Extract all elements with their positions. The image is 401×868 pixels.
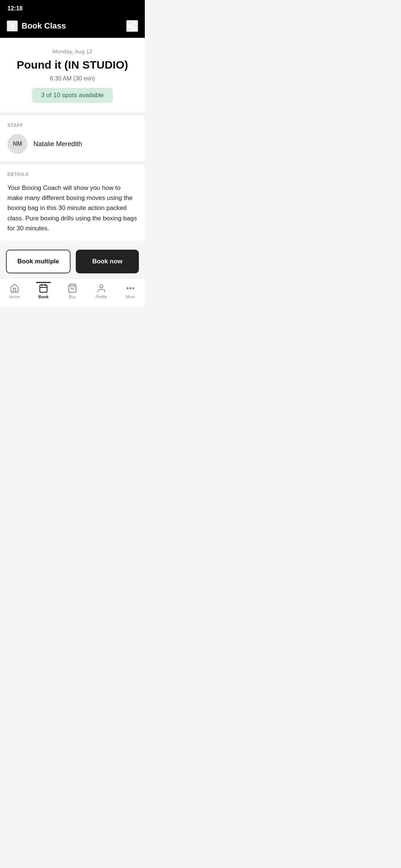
details-text: Your Boxing Coach will show you how to m…: [7, 183, 137, 233]
svg-point-13: [133, 287, 134, 289]
svg-line-3: [131, 27, 133, 28]
buy-icon: [68, 283, 77, 293]
more-icon: [125, 283, 135, 293]
details-section: DETAILS Your Boxing Coach will show you …: [0, 164, 145, 241]
status-bar: 12:18: [0, 0, 145, 16]
svg-point-11: [127, 287, 128, 289]
bottom-nav: Home Book Buy: [0, 278, 145, 306]
status-time: 12:18: [7, 5, 23, 12]
profile-icon: [97, 283, 106, 293]
nav-buy-label: Buy: [69, 295, 76, 299]
staff-row: NM Natalie Meredith: [7, 134, 137, 154]
book-icon: [39, 283, 48, 293]
nav-home-label: Home: [9, 295, 20, 299]
nav-item-more[interactable]: More: [116, 282, 145, 300]
nav-item-buy[interactable]: Buy: [58, 282, 87, 300]
svg-point-10: [100, 285, 103, 288]
svg-rect-5: [40, 285, 47, 292]
divider-2: [0, 161, 145, 164]
staff-section: STAFF NM Natalie Meredith: [0, 115, 145, 161]
book-now-button[interactable]: Book now: [76, 250, 139, 273]
svg-point-12: [130, 287, 131, 289]
nav-item-book[interactable]: Book: [29, 282, 58, 300]
book-multiple-button[interactable]: Book multiple: [6, 250, 71, 273]
nav-item-home[interactable]: Home: [0, 282, 29, 300]
divider-1: [0, 112, 145, 115]
nav-book-label: Book: [38, 295, 49, 299]
header: Book Class: [0, 16, 145, 38]
staff-section-label: STAFF: [7, 123, 137, 128]
share-button[interactable]: [126, 20, 138, 32]
class-name: Pound it (IN STUDIO): [7, 58, 137, 72]
nav-item-profile[interactable]: Profile: [87, 282, 116, 300]
svg-line-4: [131, 24, 133, 25]
class-info: Monday, Aug 12 Pound it (IN STUDIO) 6:30…: [0, 38, 145, 112]
details-section-label: DETAILS: [7, 172, 137, 177]
action-buttons: Book multiple Book now: [0, 244, 145, 278]
class-date: Monday, Aug 12: [7, 48, 137, 55]
page-title: Book Class: [22, 21, 66, 31]
class-time: 6:30 AM (30 min): [7, 75, 137, 82]
nav-more-label: More: [125, 295, 135, 299]
nav-active-indicator: [36, 282, 51, 283]
home-icon: [10, 283, 19, 293]
header-left: Book Class: [7, 20, 66, 32]
back-button[interactable]: [7, 20, 18, 32]
staff-avatar: NM: [7, 134, 27, 154]
staff-name: Natalie Meredith: [33, 140, 82, 148]
nav-profile-label: Profile: [95, 295, 107, 299]
spots-badge: 3 of 10 spots available: [32, 88, 113, 103]
